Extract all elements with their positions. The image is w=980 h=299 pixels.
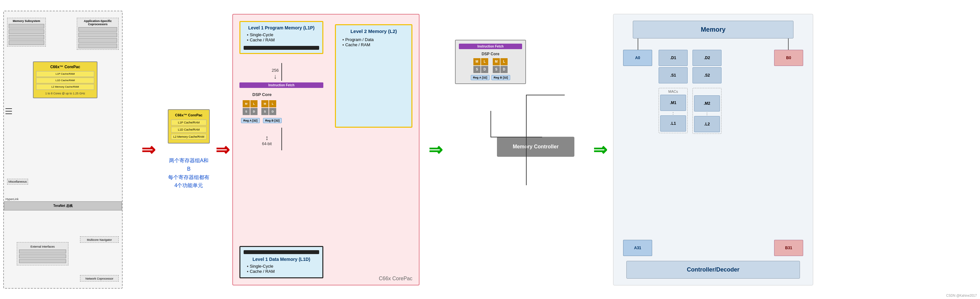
annotation-line2: 每个寄存器组都有4个功能单元	[168, 173, 210, 190]
corepac-small-l2: L2 Memory Cache/RAM	[171, 134, 207, 140]
reg-l1: .L1	[660, 115, 686, 131]
l1p-title: Level 1 Program Memory (L1P)	[243, 25, 319, 30]
l2-item2: Cache / RAM	[345, 42, 370, 47]
l1d-item1: Single-Cycle	[250, 264, 273, 269]
func-l2-right: L	[269, 100, 276, 107]
reg-s1: .S1	[659, 67, 688, 83]
reg-b31: B31	[774, 240, 803, 256]
red-arrow-2: ⇒	[213, 141, 232, 158]
dsp-detail-func-d1: D	[481, 66, 488, 73]
dots-2: :	[694, 112, 720, 116]
func-d2: D	[269, 108, 276, 115]
controller-decoder-label: Controller/Decoder	[687, 266, 739, 273]
chip-diagram: Memory Subsystem Application-Specific Co…	[3, 11, 123, 289]
l2-title: Level 2 Memory (L2)	[339, 29, 408, 34]
network-cop-label: Network Coprocessor	[86, 277, 114, 280]
reg-a0: A0	[623, 50, 652, 66]
dsp-detail-reg-a: Reg A [32]	[471, 75, 490, 80]
reg-m2: .M2	[694, 95, 720, 112]
corepac-subtitle: 1 to 8 Cores @ up to 1.25 GHz	[36, 92, 94, 95]
reg-a-label: Reg A [32]	[241, 118, 260, 123]
hyperlink-label: HyperLink	[5, 198, 19, 201]
chip-l1p: L1P Cache/RAM	[56, 72, 75, 75]
corepac-small-title: C66x™ CorePac	[171, 113, 207, 117]
dsp-detail-func-s1: S	[473, 66, 480, 73]
green-arrow-icon-1: ⇒	[428, 141, 443, 158]
green-arrow-2: ⇒	[587, 141, 613, 158]
app-specific-label: Application-Specific Coprocessors	[78, 19, 117, 26]
dsp-detail-instr-fetch: Instruction Fetch	[459, 44, 522, 49]
l1p-item2: Cache / RAM	[250, 37, 275, 42]
memory-label: Memory	[701, 26, 726, 33]
annotation-line1: 两个寄存器组A和B	[168, 157, 210, 173]
watermark: CSDN @Kahine2017	[946, 294, 977, 297]
reg-s2: .S2	[692, 67, 722, 83]
dsp-detail-core-label: DSP Core	[459, 52, 522, 56]
red-arrow-1: ⇒	[129, 141, 168, 158]
reg-m1: .M1	[660, 95, 686, 111]
reg-b0: B0	[774, 50, 803, 66]
dsp-detail-func-m2: M	[493, 58, 500, 65]
corepac-title: C66x™ CorePac	[36, 65, 94, 69]
dsp-detail: Instruction Fetch DSP Core M L M L S D S…	[449, 14, 584, 285]
func-l1: L	[250, 100, 258, 107]
func-s2: S	[261, 108, 269, 115]
l2-item1: Program / Data	[345, 37, 374, 42]
red-arrow-icon-1: ⇒	[142, 141, 156, 158]
green-arrow-icon-2: ⇒	[593, 141, 607, 158]
dsp-detail-func-d2: D	[501, 66, 508, 73]
dsp-detail-func-s2: S	[493, 66, 500, 73]
chip-l2: L2 Memory Cache/RAM	[51, 85, 79, 88]
func-d1: D	[250, 108, 258, 115]
dsp-detail-func-l1: L	[481, 58, 488, 65]
multicore-nav-label: Multicore Navigator	[87, 238, 112, 241]
corepac-small-l1p: L1P Cache/RAM	[171, 120, 207, 125]
misc-label: Miscellaneous	[8, 180, 27, 183]
teranet-label: TeraNet 总线	[53, 204, 72, 208]
memory-controller-label: Memory Controller	[497, 137, 574, 157]
dsp-core-label: DSP Core	[252, 92, 272, 97]
red-arrow-icon-2: ⇒	[216, 141, 230, 158]
corepac-small-l1d: L1D Cache/RAM	[171, 127, 207, 133]
main-container: Memory Subsystem Application-Specific Co…	[0, 0, 980, 299]
num-64bit: 64-bit	[262, 142, 272, 146]
reg-a31: A31	[623, 240, 652, 256]
register-file-diagram: Memory Controller/Decoder A0 .D1 .S1 MAC…	[613, 14, 813, 285]
green-arrow-1: ⇒	[423, 141, 449, 158]
dots-1: :	[660, 111, 686, 115]
func-m1: M	[243, 100, 250, 107]
func-s1: S	[243, 108, 250, 115]
num-256: 256	[272, 68, 279, 73]
l1p-item1: Single-Cycle	[250, 32, 273, 37]
external-if-label: External Interfaces	[30, 245, 54, 248]
memory-diagram: Level 1 Program Memory (L1P) • Single-Cy…	[232, 14, 420, 285]
reg-b-label: Reg B [32]	[263, 118, 282, 123]
chip-l1d: L1D Cache/RAM	[56, 79, 75, 82]
corepac-bottom: C66x CorePac	[379, 276, 412, 281]
l1d-item2: Cache / RAM	[250, 269, 275, 274]
dsp-detail-func-m1: M	[473, 58, 480, 65]
dsp-detail-reg-b: Reg B [32]	[492, 75, 511, 80]
macs-label: MACs	[660, 90, 686, 93]
func-m2: M	[261, 100, 269, 107]
reg-l2: .L2	[694, 116, 720, 132]
reg-d2: .D2	[692, 50, 722, 66]
dsp-detail-func-l2: L	[501, 58, 508, 65]
reg-d1: .D1	[659, 50, 688, 66]
l1d-title: Level 1 Data Memory (L1D)	[243, 257, 319, 262]
instr-fetch-label: Instruction Fetch	[239, 82, 323, 88]
corepac-small-box: C66x™ CorePac L1P Cache/RAM L1D Cache/RA…	[168, 109, 210, 189]
memory-subsystem-label: Memory Subsystem	[9, 19, 44, 22]
